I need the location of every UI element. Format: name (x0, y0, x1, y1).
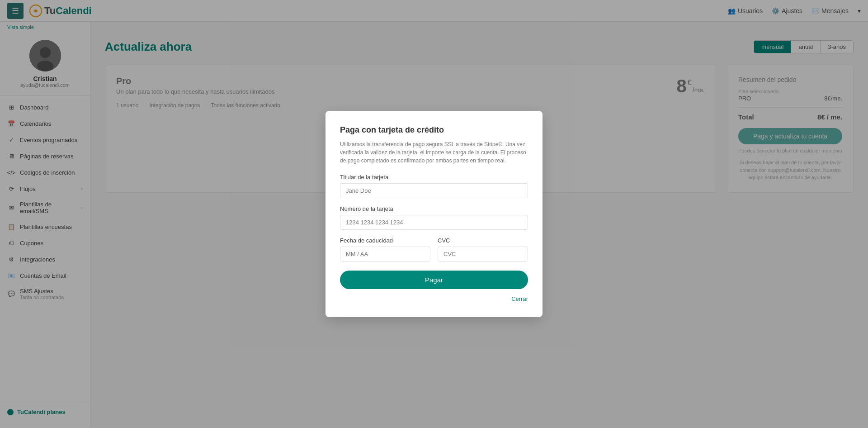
modal-description: Utilizamos la transferencia de pago segu… (340, 140, 528, 165)
expiry-input[interactable] (340, 247, 430, 262)
modal-pay-button[interactable]: Pagar (340, 271, 528, 289)
modal-close-button[interactable]: Cerrar (511, 295, 528, 302)
cvc-input[interactable] (438, 247, 528, 262)
cardnumber-input[interactable] (340, 215, 528, 230)
expiry-cvc-row: Fecha de caducidad CVC (340, 237, 528, 269)
cardholder-group: Titular de la tarjeta (340, 174, 528, 198)
expiry-label: Fecha de caducidad (340, 237, 430, 244)
expiry-group: Fecha de caducidad (340, 237, 430, 262)
modal-overlay[interactable]: Paga con tarjeta de crédito Utilizamos l… (0, 0, 868, 428)
cardholder-label: Titular de la tarjeta (340, 174, 528, 181)
cardnumber-group: Número de la tarjeta (340, 205, 528, 230)
modal-title: Paga con tarjeta de crédito (340, 125, 528, 135)
modal-close-area: Cerrar (340, 295, 528, 303)
cardholder-input[interactable] (340, 183, 528, 198)
cardnumber-label: Número de la tarjeta (340, 205, 528, 212)
payment-modal: Paga con tarjeta de crédito Utilizamos l… (326, 111, 542, 317)
cvc-group: CVC (438, 237, 528, 262)
cvc-label: CVC (438, 237, 528, 244)
